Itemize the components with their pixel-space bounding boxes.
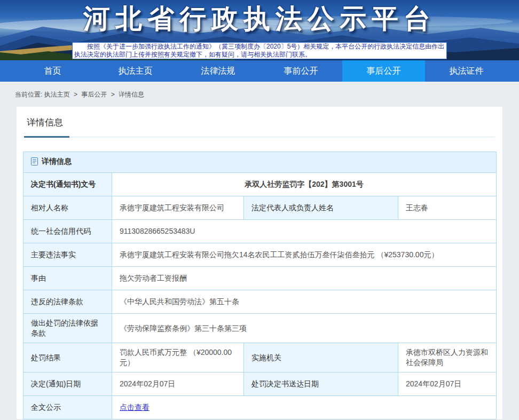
field-label: 违反的法律条款	[23, 290, 112, 314]
field-label: 事由	[23, 267, 112, 290]
field-label: 相对人名称	[23, 196, 112, 220]
view-full-text-link[interactable]: 点击查看	[120, 403, 150, 411]
field-value: 罚款人民币贰万元整 （¥20000.00元）	[112, 343, 244, 373]
field-value: 《劳动保障监察条例》第三十条第三项	[112, 314, 497, 343]
field-label: 全文公示	[23, 396, 112, 419]
breadcrumb-prefix: 当前位置:	[15, 91, 42, 98]
nav-item-certificates[interactable]: 执法证件	[425, 60, 508, 82]
nav-item-post-disclosure[interactable]: 事后公开	[342, 60, 425, 82]
field-value: 承双人社劳监罚字【202】第3001号	[112, 173, 497, 196]
section-title: 详情信息	[42, 157, 72, 165]
field-value: 承德市双桥区人力资源和社会保障局	[398, 343, 497, 373]
field-value: 点击查看	[112, 396, 497, 419]
field-value: 承德宇厦建筑工程安装有限公司拖欠14名农民工工资贰拾伍万叁仟柒佰叁拾元 （¥25…	[112, 243, 497, 267]
table-row: 全文公示 点击查看	[23, 396, 497, 419]
breadcrumb-link-post-disclosure[interactable]: 事后公开	[81, 91, 107, 98]
field-value: 王志春	[398, 196, 497, 220]
field-label: 做出处罚的法律依据条款	[23, 314, 112, 343]
detail-table: 详情信息 决定书(通知书)文号 承双人社劳监罚字【202】第3001号 相对人名…	[23, 152, 497, 419]
field-label: 实施机关	[244, 343, 398, 373]
field-value: 承德宇厦建筑工程安装有限公司	[112, 196, 244, 220]
breadcrumb-link-enforcement-home[interactable]: 执法主页	[44, 91, 70, 98]
notice-bar: 按照《关于进一步加强行政执法工作的通知》（冀三项制度办〔2020〕5号）相关规定…	[72, 42, 447, 59]
table-row: 统一社会信用代码 91130828665253483U	[23, 220, 497, 243]
field-value: 2024年02月07日	[112, 373, 244, 396]
field-value: 《中华人民共和国劳动法》第五十条	[112, 290, 497, 314]
table-row: 相对人名称 承德宇厦建筑工程安装有限公司 法定代表人或负责人姓名 王志春	[23, 196, 497, 220]
page-title: 详情信息	[17, 116, 502, 129]
field-label: 决定(通知)日期	[23, 373, 112, 396]
table-row: 主要违法事实 承德宇厦建筑工程安装有限公司拖欠14名农民工工资贰拾伍万叁仟柒佰叁…	[23, 243, 497, 267]
breadcrumb-separator: >	[74, 91, 77, 98]
field-label: 统一社会信用代码	[23, 220, 112, 243]
main-nav: 首页 执法主页 法律法规 事前公开 事后公开 执法证件	[0, 60, 519, 82]
table-row: 处罚结果 罚款人民币贰万元整 （¥20000.00元） 实施机关 承德市双桥区人…	[23, 343, 497, 373]
table-row: 做出处罚的法律依据条款 《劳动保障监察条例》第三十条第三项	[23, 314, 497, 343]
field-label: 处罚决定书送达日期	[244, 373, 398, 396]
nav-item-laws[interactable]: 法律法规	[177, 60, 260, 82]
header-banner: 河北省行政执法公示平台 按照《关于进一步加强行政执法工作的通知》（冀三项制度办〔…	[0, 0, 519, 60]
table-section-header-row: 详情信息	[23, 152, 497, 173]
field-value: 2024年02月07日	[398, 373, 497, 396]
breadcrumb-separator: >	[111, 91, 115, 98]
field-value: 拖欠劳动者工资报酬	[112, 267, 497, 290]
field-label: 法定代表人或负责人姓名	[244, 196, 398, 220]
table-row: 违反的法律条款 《中华人民共和国劳动法》第五十条	[23, 290, 497, 314]
field-label: 处罚结果	[23, 343, 112, 373]
nav-item-pre-disclosure[interactable]: 事前公开	[260, 60, 342, 82]
table-row: 决定书(通知书)文号 承双人社劳监罚字【202】第3001号	[23, 173, 497, 196]
field-value: 91130828665253483U	[112, 220, 497, 243]
nav-item-enforcement-home[interactable]: 执法主页	[94, 60, 177, 82]
breadcrumb-current: 详情信息	[119, 91, 144, 98]
field-label: 主要违法事实	[23, 243, 112, 267]
breadcrumb: 当前位置: 执法主页 > 事后公开 > 详情信息	[0, 82, 519, 107]
content-panel: 详情信息 详情信息 决定书(通知书)文号 承双人社劳监罚字【202】第3001号	[17, 107, 502, 419]
title-divider	[24, 135, 495, 137]
table-row: 决定(通知)日期 2024年02月07日 处罚决定书送达日期 2024年02月0…	[23, 373, 497, 396]
nav-item-home[interactable]: 首页	[11, 60, 94, 82]
table-row: 事由 拖欠劳动者工资报酬	[23, 267, 497, 290]
site-title: 河北省行政执法公示平台	[0, 2, 519, 35]
document-icon	[31, 157, 38, 168]
field-label: 决定书(通知书)文号	[23, 173, 112, 196]
